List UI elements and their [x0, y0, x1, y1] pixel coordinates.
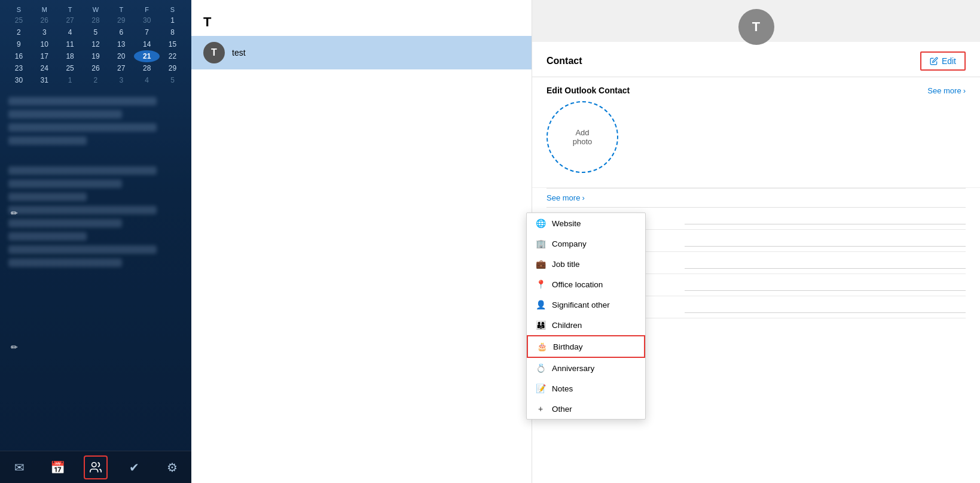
edit-pencil-icon-2[interactable]: ✏	[11, 342, 18, 352]
field-input-significantother[interactable]	[685, 257, 966, 269]
see-more-label-1: See more	[927, 86, 961, 95]
cal-day-26[interactable]: 26	[32, 14, 57, 26]
calendar-area: S M T W T F S 25262728293012345678910111…	[0, 0, 191, 86]
edit-pencil-icon-1[interactable]: ✏	[11, 208, 18, 218]
cal-day-3[interactable]: 3	[32, 26, 57, 38]
website-icon: 🌐	[535, 218, 546, 228]
dropdown-label-other: Other	[552, 405, 572, 414]
see-more-link-1[interactable]: See more ›	[927, 86, 966, 95]
cal-day-17[interactable]: 17	[32, 50, 57, 62]
cal-day-8[interactable]: 8	[160, 26, 185, 38]
cal-day-21[interactable]: 21	[134, 50, 160, 62]
cal-day-16[interactable]: 16	[6, 50, 32, 62]
cal-day-15[interactable]: 15	[160, 38, 185, 50]
dropdown-item-other[interactable]: +Other	[527, 399, 645, 419]
cal-day-27[interactable]: 27	[108, 62, 134, 74]
see-more-label-2: See more	[547, 193, 580, 202]
cal-day-4[interactable]: 4	[134, 74, 160, 86]
other-icon: +	[535, 404, 546, 414]
cal-day-6[interactable]: 6	[108, 26, 134, 38]
cal-day-30[interactable]: 30	[134, 14, 160, 26]
cal-dow-tue: T	[57, 5, 83, 14]
cal-dow-sat: S	[160, 5, 185, 14]
edit-button[interactable]: Edit	[920, 51, 966, 71]
cal-day-18[interactable]: 18	[57, 50, 83, 62]
dropdown-label-birthday: Birthday	[553, 342, 583, 351]
cal-day-31[interactable]: 31	[32, 74, 57, 86]
field-input-children[interactable]	[685, 279, 966, 291]
cal-day-13[interactable]: 13	[108, 38, 134, 50]
cal-day-29[interactable]: 29	[160, 62, 185, 74]
dropdown-item-office-location[interactable]: 📍Office location	[527, 274, 645, 294]
cal-day-11[interactable]: 11	[57, 38, 83, 50]
contact-item-test[interactable]: T test	[191, 36, 532, 69]
cal-dow-thu: T	[108, 5, 134, 14]
children-icon: 👨‍👩‍👦	[535, 320, 546, 330]
add-photo-circle[interactable]: Add photo	[547, 101, 618, 173]
cal-day-4[interactable]: 4	[57, 26, 83, 38]
dropdown-label-anniversary: Anniversary	[552, 364, 594, 373]
dropdown-label-website: Website	[552, 219, 581, 228]
cal-day-10[interactable]: 10	[32, 38, 57, 50]
contact-list-header: T	[191, 0, 532, 36]
cal-day-3[interactable]: 3	[108, 74, 134, 86]
field-input-jobtitle[interactable]	[685, 212, 966, 224]
cal-day-19[interactable]: 19	[83, 50, 109, 62]
edit-label: Edit	[942, 56, 956, 66]
cal-day-12[interactable]: 12	[83, 38, 109, 50]
cal-day-14[interactable]: 14	[134, 38, 160, 50]
cal-day-2[interactable]: 2	[6, 26, 32, 38]
cal-day-5[interactable]: 5	[83, 26, 109, 38]
birthday-icon: 🎂	[536, 342, 547, 351]
cal-day-28[interactable]: 28	[134, 62, 160, 74]
calendar-taskbar-icon[interactable]: 📅	[45, 455, 69, 479]
cal-day-5[interactable]: 5	[160, 74, 185, 86]
dropdown-item-job-title[interactable]: 💼Job title	[527, 254, 645, 274]
cal-day-30[interactable]: 30	[6, 74, 32, 86]
cal-day-29[interactable]: 29	[108, 14, 134, 26]
dropdown-item-significant-other[interactable]: 👤Significant other	[527, 294, 645, 315]
cal-day-9[interactable]: 9	[6, 38, 32, 50]
dropdown-item-notes[interactable]: 📝Notes	[527, 378, 645, 399]
notes-icon: 📝	[535, 384, 546, 393]
office-location-icon: 📍	[535, 280, 546, 289]
anniversary-icon: 💍	[535, 363, 546, 373]
dropdown-item-children[interactable]: 👨‍👩‍👦Children	[527, 315, 645, 335]
significant-other-icon: 👤	[535, 300, 546, 309]
people-icon[interactable]	[84, 455, 108, 479]
cal-day-23[interactable]: 23	[6, 62, 32, 74]
cal-day-24[interactable]: 24	[32, 62, 57, 74]
cal-day-25[interactable]: 25	[6, 14, 32, 26]
cal-day-1[interactable]: 1	[160, 14, 185, 26]
blurred-events-2	[0, 156, 191, 278]
cal-day-28[interactable]: 28	[83, 14, 109, 26]
cal-day-7[interactable]: 7	[134, 26, 160, 38]
cal-day-20[interactable]: 20	[108, 50, 134, 62]
add-photo-line2: photo	[573, 137, 593, 146]
cal-dow-fri: F	[134, 5, 160, 14]
settings-icon[interactable]: ⚙	[160, 455, 184, 479]
dropdown-item-website[interactable]: 🌐Website	[527, 213, 645, 233]
cal-dow-sun: S	[6, 5, 32, 14]
field-input-officelocation[interactable]	[685, 235, 966, 247]
dropdown-menu: 🌐Website🏢Company💼Job title📍Office locati…	[526, 212, 646, 420]
calendar-grid: S M T W T F S 25262728293012345678910111…	[6, 5, 185, 86]
cal-day-27[interactable]: 27	[57, 14, 83, 26]
dropdown-item-company[interactable]: 🏢Company	[527, 233, 645, 254]
detail-avatar: T	[738, 9, 774, 45]
tasks-icon[interactable]: ✔	[122, 455, 146, 479]
dropdown-label-significant-other: Significant other	[552, 300, 610, 309]
mail-icon[interactable]: ✉	[7, 455, 31, 479]
cal-day-26[interactable]: 26	[83, 62, 109, 74]
cal-day-25[interactable]: 25	[57, 62, 83, 74]
dropdown-item-birthday[interactable]: 🎂Birthday	[527, 335, 645, 358]
cal-day-22[interactable]: 22	[160, 50, 185, 62]
taskbar: ✉ 📅 ✔ ⚙	[0, 451, 191, 483]
dropdown-item-anniversary[interactable]: 💍Anniversary	[527, 358, 645, 378]
see-more-link-2[interactable]: See more ›	[532, 189, 980, 207]
field-input-notes[interactable]	[685, 301, 966, 313]
chevron-right-icon-2: ›	[582, 193, 584, 202]
cal-day-1[interactable]: 1	[57, 74, 83, 86]
contact-name-test: test	[232, 48, 246, 57]
cal-day-2[interactable]: 2	[83, 74, 109, 86]
